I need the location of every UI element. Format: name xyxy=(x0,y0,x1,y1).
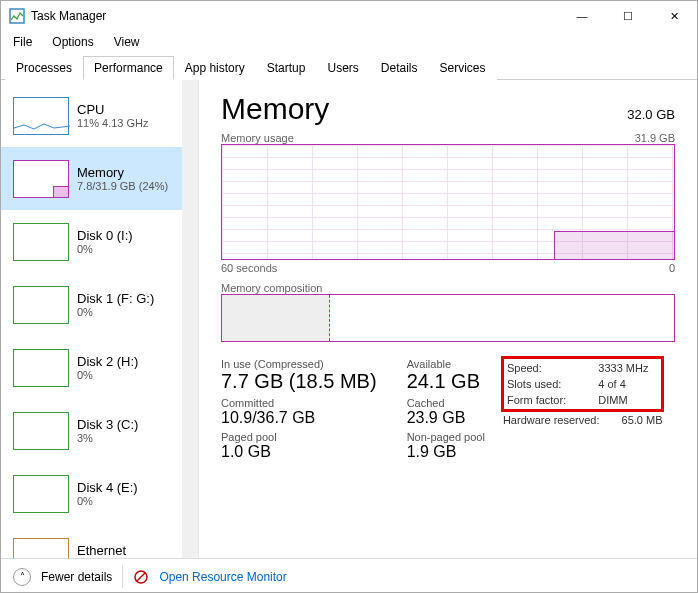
footer-divider xyxy=(122,565,123,588)
form-value: DIMM xyxy=(598,394,658,406)
committed-value: 10.9/36.7 GB xyxy=(221,409,377,427)
tab-startup[interactable]: Startup xyxy=(256,56,317,80)
sidebar-item-label: Memory xyxy=(77,165,168,180)
sidebar-item-sub: 0% xyxy=(77,306,154,318)
scrollbar[interactable] xyxy=(182,80,198,558)
mem-thumb-icon xyxy=(13,160,69,198)
fewer-details-link[interactable]: Fewer details xyxy=(41,570,112,584)
sidebar-item-label: Disk 4 (E:) xyxy=(77,480,138,495)
sidebar-item-sub: 0% xyxy=(77,495,138,507)
minimize-button[interactable]: — xyxy=(559,1,605,31)
slots-label: Slots used: xyxy=(507,378,576,390)
composition-label: Memory composition xyxy=(221,282,322,294)
tab-services[interactable]: Services xyxy=(429,56,497,80)
nonpaged-label: Non-paged pool xyxy=(407,431,485,443)
paged-label: Paged pool xyxy=(221,431,377,443)
eth-thumb-icon xyxy=(13,538,69,559)
close-button[interactable]: ✕ xyxy=(651,1,697,31)
svg-rect-0 xyxy=(10,9,24,23)
task-manager-icon xyxy=(9,8,25,24)
in-use-value: 7.7 GB (18.5 MB) xyxy=(221,370,377,393)
committed-label: Committed xyxy=(221,397,377,409)
paged-value: 1.0 GB xyxy=(221,443,377,461)
cached-value: 23.9 GB xyxy=(407,409,485,427)
page-title: Memory xyxy=(221,92,329,126)
open-resource-monitor-link[interactable]: Open Resource Monitor xyxy=(159,570,286,584)
memory-details-highlighted: Speed:3333 MHz Slots used:4 of 4 Form fa… xyxy=(503,358,663,410)
sidebar-item-disk-5[interactable]: Disk 3 (C:)3% xyxy=(1,399,198,462)
nonpaged-value: 1.9 GB xyxy=(407,443,485,461)
in-use-label: In use (Compressed) xyxy=(221,358,377,370)
available-label: Available xyxy=(407,358,485,370)
sidebar-item-disk-2[interactable]: Disk 0 (I:)0% xyxy=(1,210,198,273)
tab-details[interactable]: Details xyxy=(370,56,429,80)
memory-composition-chart xyxy=(221,294,675,342)
sidebar-item-sub: 0% xyxy=(77,369,138,381)
menu-view[interactable]: View xyxy=(112,33,142,51)
hw-reserved-value: 65.0 MB xyxy=(622,414,663,426)
maximize-button[interactable]: ☐ xyxy=(605,1,651,31)
tab-users[interactable]: Users xyxy=(316,56,369,80)
main-panel: Memory 32.0 GB Memory usage 31.9 GB 60 s… xyxy=(199,80,697,558)
tab-performance[interactable]: Performance xyxy=(83,56,174,80)
disk-thumb-icon xyxy=(13,286,69,324)
x-axis-left: 60 seconds xyxy=(221,262,277,274)
x-axis-right: 0 xyxy=(669,262,675,274)
chevron-up-icon[interactable]: ˄ xyxy=(13,568,31,586)
disk-thumb-icon xyxy=(13,412,69,450)
memory-usage-chart xyxy=(221,144,675,260)
menu-file[interactable]: File xyxy=(11,33,34,51)
sidebar-item-label: Disk 1 (F: G:) xyxy=(77,291,154,306)
titlebar: Task Manager — ☐ ✕ xyxy=(1,1,697,31)
disk-thumb-icon xyxy=(13,349,69,387)
sidebar-item-disk-4[interactable]: Disk 2 (H:)0% xyxy=(1,336,198,399)
sidebar-item-label: Disk 3 (C:) xyxy=(77,417,138,432)
sidebar-item-eth-7[interactable]: EthernetEthernet 2 xyxy=(1,525,198,558)
memory-total: 32.0 GB xyxy=(627,107,675,122)
tab-processes[interactable]: Processes xyxy=(5,56,83,80)
speed-label: Speed: xyxy=(507,362,576,374)
sidebar-item-mem-1[interactable]: Memory7.8/31.9 GB (24%) xyxy=(1,147,198,210)
sidebar-item-sub: 0% xyxy=(77,243,133,255)
disk-thumb-icon xyxy=(13,475,69,513)
sidebar-item-label: Disk 0 (I:) xyxy=(77,228,133,243)
cached-label: Cached xyxy=(407,397,485,409)
disk-thumb-icon xyxy=(13,223,69,261)
sidebar-item-label: CPU xyxy=(77,102,149,117)
sidebar-item-sub: 11% 4.13 GHz xyxy=(77,117,149,129)
memory-stats-left: In use (Compressed)7.7 GB (18.5 MB) Avai… xyxy=(221,358,485,461)
tab-app-history[interactable]: App history xyxy=(174,56,256,80)
menu-options[interactable]: Options xyxy=(50,33,95,51)
usage-chart-max: 31.9 GB xyxy=(635,132,675,144)
sidebar-item-label: Ethernet xyxy=(77,543,128,558)
memory-usage-fill xyxy=(554,231,674,259)
composition-used-segment xyxy=(222,295,330,341)
sidebar-item-cpu-0[interactable]: CPU11% 4.13 GHz xyxy=(1,84,198,147)
menubar: File Options View xyxy=(1,31,697,55)
sidebar-item-sub: 3% xyxy=(77,432,138,444)
memory-details-extra: Hardware reserved:65.0 MB xyxy=(503,414,663,426)
footer: ˄ Fewer details Open Resource Monitor xyxy=(1,558,697,593)
hw-reserved-label: Hardware reserved: xyxy=(503,414,600,426)
sidebar-item-sub: 7.8/31.9 GB (24%) xyxy=(77,180,168,192)
speed-value: 3333 MHz xyxy=(598,362,658,374)
tabstrip: Processes Performance App history Startu… xyxy=(1,55,697,80)
sidebar-item-disk-3[interactable]: Disk 1 (F: G:)0% xyxy=(1,273,198,336)
sidebar-item-label: Disk 2 (H:) xyxy=(77,354,138,369)
window-title: Task Manager xyxy=(31,9,559,23)
slots-value: 4 of 4 xyxy=(598,378,658,390)
svg-line-2 xyxy=(137,573,145,581)
available-value: 24.1 GB xyxy=(407,370,485,393)
sidebar: CPU11% 4.13 GHzMemory7.8/31.9 GB (24%)Di… xyxy=(1,80,199,558)
sidebar-item-disk-6[interactable]: Disk 4 (E:)0% xyxy=(1,462,198,525)
resource-monitor-icon xyxy=(133,569,149,585)
cpu-thumb-icon xyxy=(13,97,69,135)
usage-chart-label: Memory usage xyxy=(221,132,294,144)
form-label: Form factor: xyxy=(507,394,576,406)
